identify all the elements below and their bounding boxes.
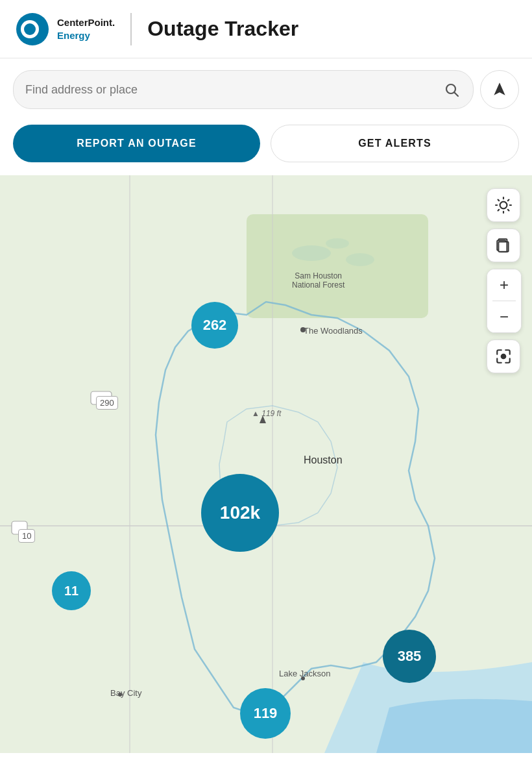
svg-point-32 (502, 354, 506, 359)
zoom-in-button[interactable]: + (487, 269, 521, 301)
svg-rect-13 (91, 391, 112, 404)
logo-area: CenterPoint. Energy (16, 12, 115, 46)
search-icon[interactable] (442, 80, 461, 99)
header-divider (130, 13, 132, 45)
map-background (0, 175, 532, 753)
zoom-out-button[interactable]: − (487, 301, 521, 332)
brightness-button[interactable] (487, 188, 520, 222)
outage-cluster-119[interactable]: 119 (240, 688, 291, 739)
svg-rect-14 (12, 521, 27, 534)
svg-line-23 (508, 210, 509, 211)
svg-point-2 (24, 23, 36, 35)
app-header: CenterPoint. Energy Outage Tracker (0, 0, 532, 58)
outage-cluster-385[interactable]: 385 (383, 630, 436, 683)
outage-cluster-11[interactable]: 11 (52, 571, 91, 610)
svg-point-17 (118, 693, 122, 697)
app-title: Outage Tracker (147, 17, 298, 41)
report-outage-button[interactable]: REPORT AN OUTAGE (13, 125, 260, 162)
search-section (0, 58, 532, 118)
svg-line-4 (455, 93, 459, 97)
svg-line-27 (508, 200, 509, 201)
action-buttons: REPORT AN OUTAGE GET ALERTS (0, 118, 532, 175)
logo-line2: Energy (57, 29, 115, 42)
svg-line-22 (498, 200, 500, 201)
search-row (13, 70, 519, 109)
svg-rect-31 (498, 242, 507, 252)
logo-line1: CenterPoint. (57, 16, 115, 29)
outage-cluster-102k[interactable]: 102k (201, 474, 279, 552)
svg-point-16 (300, 327, 306, 332)
svg-point-19 (500, 202, 507, 209)
search-input[interactable] (25, 83, 442, 97)
zoom-control: + − (487, 269, 522, 333)
outage-cluster-262[interactable]: 262 (191, 302, 238, 349)
logo-text: CenterPoint. Energy (57, 16, 115, 42)
screenshot-button[interactable] (487, 340, 520, 373)
get-alerts-button[interactable]: GET ALERTS (271, 125, 519, 162)
locate-button[interactable] (480, 70, 519, 109)
centerpoint-logo-icon (16, 12, 49, 46)
svg-point-18 (301, 676, 305, 680)
map-container: Sam HoustonNational Forest The Woodlands… (0, 175, 532, 753)
layers-button[interactable] (487, 229, 520, 262)
svg-line-26 (498, 210, 500, 211)
map-controls: + − (487, 188, 522, 373)
search-box[interactable] (13, 70, 474, 109)
